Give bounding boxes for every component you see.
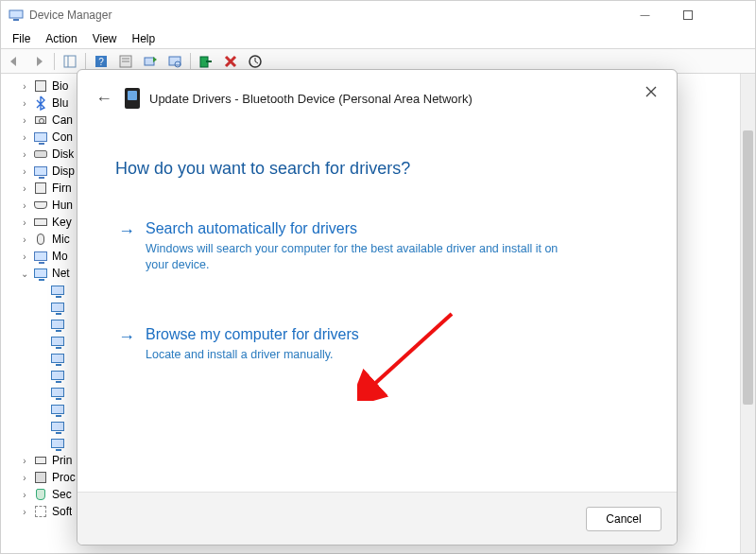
ico-net-icon xyxy=(50,300,65,315)
expander-icon[interactable]: › xyxy=(20,81,29,92)
tree-item-label: Bio xyxy=(52,79,68,93)
ico-mon-icon xyxy=(33,164,48,179)
update-drivers-dialog: ← Update Drivers - Bluetooth Device (Per… xyxy=(77,69,678,545)
svg-rect-9 xyxy=(145,58,154,65)
expander-icon[interactable]: › xyxy=(20,473,29,483)
ico-mon-icon xyxy=(33,249,48,264)
tree-item-label: Net xyxy=(52,267,70,280)
svg-rect-1 xyxy=(13,19,19,21)
tree-item-label: Prin xyxy=(52,454,72,467)
expander-icon[interactable]: › xyxy=(20,507,29,517)
ico-net-icon xyxy=(50,385,65,400)
ico-print-icon xyxy=(33,453,48,468)
expander-icon[interactable]: › xyxy=(20,456,29,466)
svg-text:?: ? xyxy=(98,57,104,67)
expander-icon[interactable]: › xyxy=(20,183,29,194)
tree-item-label: Mo xyxy=(52,250,68,263)
ico-cpu-icon xyxy=(33,470,48,485)
ico-net-icon xyxy=(50,334,65,349)
ico-chip-icon xyxy=(33,181,48,196)
option-browse-computer[interactable]: → Browse my computer for drivers Locate … xyxy=(115,320,639,378)
tree-item-label: Hun xyxy=(52,199,73,212)
ico-net-icon xyxy=(50,402,65,417)
menu-file[interactable]: File xyxy=(5,30,38,47)
tree-item-label: Proc xyxy=(52,471,76,484)
ico-net-icon xyxy=(50,436,65,451)
window-controls: — xyxy=(624,1,751,29)
device-manager-window: Device Manager — File Action View Help ? xyxy=(0,0,756,554)
menu-help[interactable]: Help xyxy=(125,30,163,47)
tree-item-label: Disp xyxy=(52,164,75,178)
ico-net-icon xyxy=(50,283,65,298)
dialog-footer: Cancel xyxy=(77,492,677,545)
option-title: Browse my computer for drivers xyxy=(146,326,359,343)
ico-disk-icon xyxy=(33,147,48,162)
cancel-button[interactable]: Cancel xyxy=(586,507,662,531)
close-button[interactable] xyxy=(709,1,751,29)
tree-item-label: Key xyxy=(52,216,72,229)
arrow-right-icon: → xyxy=(117,220,136,273)
back-button[interactable]: ← xyxy=(93,87,115,110)
expander-icon[interactable]: › xyxy=(20,149,29,160)
dialog-close-button[interactable] xyxy=(637,79,665,104)
ico-cam-icon xyxy=(33,113,48,128)
titlebar: Device Manager — xyxy=(1,1,755,29)
expander-icon[interactable]: › xyxy=(20,217,29,228)
expander-icon[interactable]: › xyxy=(20,490,29,500)
expander-icon[interactable]: ⌄ xyxy=(20,268,29,279)
expander-icon[interactable]: › xyxy=(20,200,29,211)
dialog-title: Update Drivers - Bluetooth Device (Perso… xyxy=(149,92,472,106)
option-title: Search automatically for drivers xyxy=(146,220,580,237)
show-hide-tree-icon[interactable] xyxy=(59,51,81,72)
ico-hid-icon xyxy=(33,198,48,213)
dialog-body: How do you want to search for drivers? →… xyxy=(77,127,677,492)
ico-net-icon xyxy=(50,419,65,434)
scrollbar-thumb[interactable] xyxy=(743,130,753,405)
arrow-right-icon: → xyxy=(117,326,136,363)
ico-sw-icon xyxy=(33,504,48,519)
expander-icon[interactable]: › xyxy=(20,98,29,109)
ico-mouse-icon xyxy=(33,232,48,247)
dialog-heading: How do you want to search for drivers? xyxy=(115,159,639,179)
ico-net-icon xyxy=(33,266,48,281)
menu-action[interactable]: Action xyxy=(38,30,84,47)
tree-item-label: Soft xyxy=(52,505,72,518)
expander-icon[interactable]: › xyxy=(20,251,29,262)
ico-net-icon xyxy=(50,351,65,366)
expander-icon[interactable]: › xyxy=(20,166,29,177)
ico-sec-icon xyxy=(33,487,48,502)
device-icon xyxy=(125,88,140,109)
dialog-header: ← Update Drivers - Bluetooth Device (Per… xyxy=(77,70,677,127)
tree-item-label: Sec xyxy=(52,488,72,501)
expander-icon[interactable]: › xyxy=(20,132,29,143)
menubar: File Action View Help xyxy=(1,29,755,48)
ico-key-icon xyxy=(33,215,48,230)
menu-view[interactable]: View xyxy=(85,30,125,47)
expander-icon[interactable]: › xyxy=(20,115,29,126)
app-icon xyxy=(9,8,24,23)
expander-icon[interactable]: › xyxy=(20,234,29,245)
svg-rect-0 xyxy=(9,10,23,18)
ico-chip-icon xyxy=(33,78,48,94)
tree-item-label: Mic xyxy=(52,233,70,246)
option-search-automatically[interactable]: → Search automatically for drivers Windo… xyxy=(115,215,639,288)
option-description: Windows will search your computer for th… xyxy=(146,241,580,273)
tree-item-label: Con xyxy=(52,130,73,144)
ico-bt-icon xyxy=(33,95,48,111)
svg-rect-2 xyxy=(64,56,76,67)
tree-item-label: Can xyxy=(52,113,73,127)
ico-mon-icon xyxy=(33,130,48,145)
window-title: Device Manager xyxy=(29,9,112,22)
ico-net-icon xyxy=(50,368,65,383)
option-description: Locate and install a driver manually. xyxy=(146,347,359,363)
back-arrow-icon[interactable] xyxy=(3,51,26,72)
tree-item-label: Firn xyxy=(52,182,72,195)
minimize-button[interactable]: — xyxy=(624,1,666,29)
vertical-scrollbar[interactable] xyxy=(740,74,755,553)
maximize-button[interactable] xyxy=(666,1,709,29)
forward-arrow-icon[interactable] xyxy=(27,51,50,72)
tree-item-label: Blu xyxy=(52,96,68,110)
tree-item-label: Disk xyxy=(52,147,74,161)
ico-net-icon xyxy=(50,317,65,332)
